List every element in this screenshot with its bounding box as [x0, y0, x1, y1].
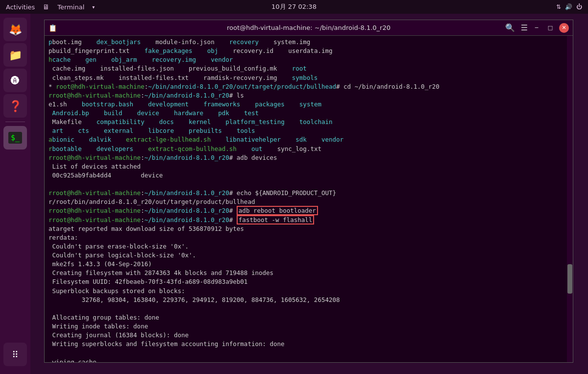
- sidebar-apps[interactable]: ⠿: [3, 343, 27, 366]
- topbar-right: ⇅ 🔊 ⏻: [556, 3, 582, 10]
- sidebar-divider: [5, 122, 25, 122]
- titlebar-controls: 🔍 ☰ ─ □ ✕: [505, 23, 569, 33]
- search-button[interactable]: 🔍: [505, 23, 515, 32]
- main-area: 📋 root@hdh-virtual-machine: ~/bin/androi…: [30, 14, 588, 374]
- topbar: Activities 🖥 Terminal ▾ 10月 27 02:38 ⇅ 🔊…: [0, 0, 588, 14]
- terminal-titlebar: 📋 root@hdh-virtual-machine: ~/bin/androi…: [45, 20, 573, 36]
- sidebar-firefox[interactable]: 🦊: [3, 18, 27, 41]
- terminal-title: root@hdh-virtual-machine: ~/bin/android-…: [227, 24, 391, 31]
- power-icon: ⏻: [576, 3, 582, 10]
- maximize-button[interactable]: □: [545, 23, 555, 33]
- sidebar-terminal[interactable]: $_: [3, 126, 27, 150]
- sidebar-files[interactable]: 📁: [3, 43, 27, 67]
- close-button[interactable]: ✕: [559, 23, 569, 33]
- titlebar-left: 📋: [49, 24, 57, 32]
- topbar-left: Activities 🖥 Terminal ▾: [6, 3, 95, 11]
- topbar-datetime: 10月 27 02:38: [271, 2, 317, 11]
- menu-button[interactable]: ☰: [521, 23, 528, 32]
- activities-label[interactable]: Activities: [6, 3, 35, 11]
- terminal-window: 📋 root@hdh-virtual-machine: ~/bin/androi…: [44, 20, 573, 363]
- minimize-button[interactable]: ─: [532, 23, 541, 33]
- terminal-label[interactable]: Terminal: [57, 3, 84, 11]
- scrollbar-thumb[interactable]: [567, 264, 572, 294]
- sidebar: 🦊 📁 🅐 ❓ $_ ⠿: [0, 14, 30, 374]
- dropdown-icon: ▾: [92, 4, 95, 10]
- network-icon: ⇅: [556, 3, 561, 10]
- sound-icon: 🔊: [565, 3, 572, 10]
- terminal-output: pboot.img dex_bootjars module-info.json …: [49, 38, 569, 362]
- sidebar-help[interactable]: ❓: [3, 94, 27, 118]
- terminal-tab-icon: 📋: [49, 24, 57, 32]
- sidebar-software[interactable]: 🅐: [3, 69, 27, 92]
- scrollbar[interactable]: [567, 36, 573, 362]
- terminal-icon: 🖥: [43, 3, 49, 11]
- terminal-content[interactable]: pboot.img dex_bootjars module-info.json …: [45, 36, 573, 362]
